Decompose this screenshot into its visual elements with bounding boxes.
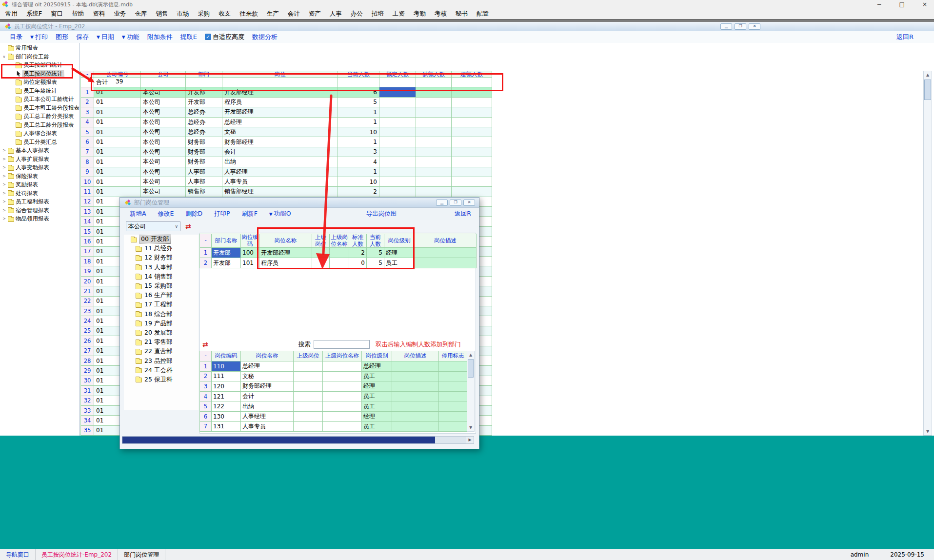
cell-company-code[interactable]: 01 xyxy=(94,127,141,137)
chevron-icon[interactable]: > xyxy=(2,182,6,187)
cell-position-name[interactable]: 会计 xyxy=(241,391,294,401)
toolbar-button[interactable]: ▼ ✓ 保存 xyxy=(76,33,89,41)
cell-position-code[interactable]: 121 xyxy=(212,391,241,401)
sidebar-tree-item[interactable]: 员工按岗位统计 xyxy=(0,70,79,79)
cell-position[interactable]: 人事经理 xyxy=(222,167,338,177)
cell-company-code[interactable]: 01 xyxy=(94,107,141,117)
toolbar-button[interactable]: ▼ ✓ 图形 xyxy=(56,33,68,41)
cell-quota-count[interactable] xyxy=(379,147,416,157)
menu-item[interactable]: 招培 xyxy=(367,9,388,19)
menu-item[interactable]: 工资 xyxy=(388,9,409,19)
cell-position[interactable]: 程序员 xyxy=(222,97,338,107)
cell-department[interactable]: 财务部 xyxy=(186,147,222,157)
cell-current-count[interactable]: 5 xyxy=(338,97,379,107)
cell-company[interactable]: 本公司 xyxy=(141,137,186,147)
sidebar-tree-item[interactable]: > 处罚报表 xyxy=(0,189,79,198)
col-header-position-code[interactable]: 岗位编码 xyxy=(212,351,241,361)
cell-department[interactable]: 总经办 xyxy=(186,127,222,137)
chevron-icon[interactable]: ∨ xyxy=(2,55,6,59)
row-number-cell[interactable]: 5 xyxy=(200,401,212,412)
cell-shortage-count[interactable] xyxy=(416,107,452,117)
cell-quota-count[interactable] xyxy=(379,167,416,177)
cell-position[interactable]: 人事专员 xyxy=(222,177,338,186)
row-number-cell[interactable]: 30 xyxy=(81,376,94,385)
cell-shortage-count[interactable] xyxy=(416,157,452,167)
cell-position-level[interactable]: 员工 xyxy=(362,421,392,432)
menu-item[interactable]: 考勤 xyxy=(409,9,430,19)
cell-shortage-count[interactable] xyxy=(416,137,452,147)
cell-excess-count[interactable] xyxy=(452,127,492,137)
cell-parent-position[interactable] xyxy=(294,401,323,412)
cell-department[interactable]: 总经办 xyxy=(186,117,222,127)
cell-excess-count[interactable] xyxy=(452,137,492,147)
cell-company[interactable]: 本公司 xyxy=(141,127,186,137)
department-tree-item[interactable]: 16 生产部 xyxy=(124,291,199,300)
cell-department[interactable]: 总经办 xyxy=(186,107,222,117)
dialog-toolbar-button[interactable]: ▼ 修改E xyxy=(158,210,174,218)
cell-current-count[interactable]: 10 xyxy=(338,177,379,186)
cell-current-count[interactable]: 4 xyxy=(338,157,379,167)
scroll-down-arrow[interactable]: ▼ xyxy=(467,424,474,431)
sidebar-tree-item[interactable]: 员工总工龄分类报表 xyxy=(0,112,79,121)
menu-item[interactable]: 往来款 xyxy=(235,9,262,19)
row-number-cell[interactable]: 29 xyxy=(81,366,94,376)
cell-department[interactable]: 开发部 xyxy=(186,87,222,97)
table-row[interactable]: 9 01 本公司 人事部 人事经理 1 xyxy=(81,167,492,177)
cell-parent-position-name[interactable] xyxy=(323,361,362,372)
table-row[interactable]: 1 01 本公司 开发部 开发部经理 6 xyxy=(81,87,492,97)
cell-excess-count[interactable] xyxy=(452,147,492,157)
cell-excess-count[interactable] xyxy=(452,177,492,186)
menu-item[interactable]: 市场 xyxy=(172,9,193,19)
cell-current-count[interactable]: 5 xyxy=(367,258,384,268)
col-header-parent-position[interactable]: 上级岗位 xyxy=(312,234,330,248)
cell-position-name[interactable]: 总经理 xyxy=(241,361,294,372)
dialog-horizontal-scrollbar[interactable]: ▶ xyxy=(122,436,474,444)
cell-current-count[interactable]: 2 xyxy=(338,187,379,197)
chevron-icon[interactable]: > xyxy=(2,191,6,196)
department-tree-item[interactable]: 22 直营部 xyxy=(124,347,199,356)
swap-icon[interactable]: ⇄ xyxy=(185,222,191,230)
cell-disabled-flag[interactable] xyxy=(439,421,467,432)
cell-position-code[interactable]: 101 xyxy=(241,258,259,268)
cell-shortage-count[interactable] xyxy=(416,187,452,197)
cell-parent-position-name[interactable] xyxy=(330,258,349,268)
col-header-disabled-flag[interactable]: 停用标志 xyxy=(439,351,467,361)
row-number-cell[interactable]: 33 xyxy=(81,405,94,415)
cell-position-desc[interactable] xyxy=(415,258,477,268)
row-number-cell[interactable]: 6 xyxy=(81,137,94,147)
chevron-icon[interactable]: > xyxy=(2,200,6,204)
cell-current-count[interactable]: 10 xyxy=(338,127,379,137)
child-close-button[interactable]: ✕ xyxy=(749,23,760,30)
menu-item[interactable]: 配置 xyxy=(472,9,493,19)
col-header-position-level[interactable]: 岗位级别 xyxy=(362,351,392,361)
row-number-cell[interactable]: 7 xyxy=(200,421,212,432)
chevron-icon[interactable]: > xyxy=(2,165,6,170)
sidebar-tree-item[interactable]: 常用报表 xyxy=(0,44,79,53)
cell-department[interactable]: 开发部 xyxy=(186,97,222,107)
menu-item[interactable]: 常用 xyxy=(1,9,22,19)
menu-item[interactable]: 收支 xyxy=(214,9,235,19)
row-number-cell[interactable]: 26 xyxy=(81,336,94,346)
menu-item[interactable]: 业务 xyxy=(109,9,130,19)
cell-position-name[interactable]: 开发部经理 xyxy=(259,248,312,258)
cell-position-name[interactable]: 程序员 xyxy=(259,258,312,268)
col-header-company-code[interactable]: 公司编号 xyxy=(94,71,141,78)
cell-standard-count[interactable]: 2 xyxy=(349,248,367,258)
row-number-cell[interactable]: 19 xyxy=(81,266,94,276)
cell-position-level[interactable]: 员工 xyxy=(362,401,392,412)
cell-position-code[interactable]: 131 xyxy=(212,421,241,432)
cell-disabled-flag[interactable] xyxy=(439,411,467,421)
sidebar-tree-item[interactable]: > 宿舍管理报表 xyxy=(0,206,79,215)
cell-disabled-flag[interactable] xyxy=(439,401,467,412)
row-number-cell[interactable]: 13 xyxy=(81,207,94,217)
scrollbar-thumb[interactable] xyxy=(122,437,435,443)
main-vertical-scrollbar[interactable]: ▲ ▼ xyxy=(923,71,932,436)
row-number-cell[interactable]: 27 xyxy=(81,346,94,356)
chevron-icon[interactable]: > xyxy=(2,157,6,161)
statusbar-tab-navigator[interactable]: 导航窗口 xyxy=(0,549,36,560)
department-tree-item[interactable]: 00 开发部 xyxy=(124,235,199,244)
cell-excess-count[interactable] xyxy=(452,167,492,177)
cell-position-name[interactable]: 人事经理 xyxy=(241,411,294,421)
cell-current-count[interactable]: 6 xyxy=(338,87,379,97)
chevron-icon[interactable]: > xyxy=(2,148,6,153)
